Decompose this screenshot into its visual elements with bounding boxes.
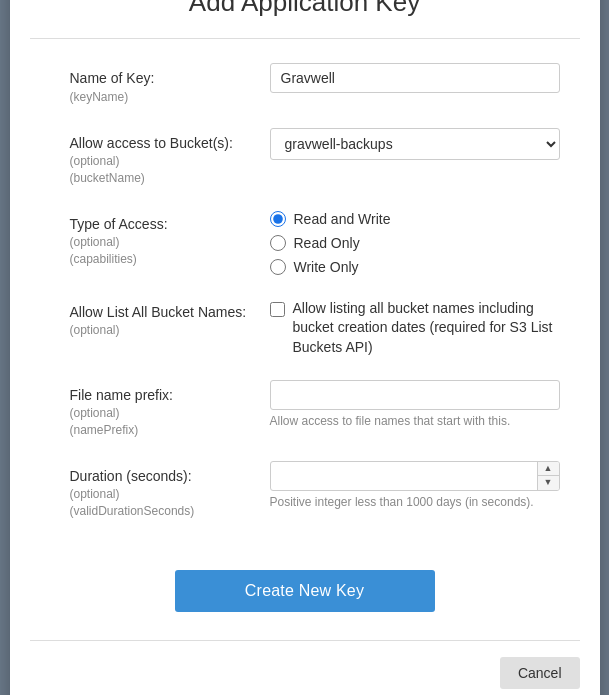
file-prefix-input[interactable] <box>270 380 560 410</box>
access-type-row: Type of Access: (optional) (capabilities… <box>70 209 560 275</box>
duration-input[interactable] <box>270 461 560 491</box>
list-buckets-row: Allow List All Bucket Names: (optional) … <box>70 297 560 358</box>
spinner-up-button[interactable]: ▲ <box>538 462 559 477</box>
cancel-row: Cancel <box>10 657 600 695</box>
create-key-button[interactable]: Create New Key <box>175 570 435 612</box>
bottom-divider <box>30 640 580 641</box>
bucket-access-row: Allow access to Bucket(s): (optional) (b… <box>70 128 560 187</box>
key-name-row: Name of Key: (keyName) <box>70 63 560 105</box>
modal-dialog: × Add Application Key Name of Key: (keyN… <box>10 0 600 695</box>
duration-row: Duration (seconds): (optional) (validDur… <box>70 461 560 520</box>
radio-write-only-input[interactable] <box>270 259 286 275</box>
file-prefix-control: Allow access to file names that start wi… <box>270 380 560 428</box>
radio-write-only[interactable]: Write Only <box>270 259 560 275</box>
file-prefix-hint: Allow access to file names that start wi… <box>270 414 560 428</box>
modal-body: Name of Key: (keyName) Allow access to B… <box>10 39 600 570</box>
file-prefix-row: File name prefix: (optional) (namePrefix… <box>70 380 560 439</box>
key-name-input[interactable] <box>270 63 560 93</box>
radio-read-only[interactable]: Read Only <box>270 235 560 251</box>
list-buckets-checkbox[interactable] <box>270 302 285 317</box>
access-type-label: Type of Access: (optional) (capabilities… <box>70 209 270 268</box>
spinner-buttons: ▲ ▼ <box>537 462 559 490</box>
radio-read-only-input[interactable] <box>270 235 286 251</box>
overlay: Personal Backup Business Backup S3 Cl...… <box>0 0 609 695</box>
list-buckets-label: Allow List All Bucket Names: (optional) <box>70 297 270 339</box>
access-type-control: Read and Write Read Only Write Only <box>270 209 560 275</box>
duration-spinner: ▲ ▼ <box>270 461 560 491</box>
cancel-button[interactable]: Cancel <box>500 657 580 689</box>
bucket-access-label: Allow access to Bucket(s): (optional) (b… <box>70 128 270 187</box>
modal-footer: Create New Key <box>10 570 600 640</box>
bucket-select[interactable]: gravwell-backupsAll Buckets <box>270 128 560 160</box>
key-name-label: Name of Key: (keyName) <box>70 63 270 105</box>
bucket-access-control: gravwell-backupsAll Buckets <box>270 128 560 160</box>
access-type-radio-group: Read and Write Read Only Write Only <box>270 209 560 275</box>
duration-hint: Positive integer less than 1000 days (in… <box>270 495 560 509</box>
spinner-down-button[interactable]: ▼ <box>538 476 559 490</box>
radio-read-write[interactable]: Read and Write <box>270 211 560 227</box>
list-buckets-text: Allow listing all bucket names including… <box>293 299 560 358</box>
file-prefix-label: File name prefix: (optional) (namePrefix… <box>70 380 270 439</box>
list-buckets-checkbox-wrap: Allow listing all bucket names including… <box>270 297 560 358</box>
list-buckets-control: Allow listing all bucket names including… <box>270 297 560 358</box>
key-name-control <box>270 63 560 93</box>
duration-label: Duration (seconds): (optional) (validDur… <box>70 461 270 520</box>
duration-control: ▲ ▼ Positive integer less than 1000 days… <box>270 461 560 509</box>
radio-read-write-input[interactable] <box>270 211 286 227</box>
modal-title: Add Application Key <box>10 0 600 38</box>
